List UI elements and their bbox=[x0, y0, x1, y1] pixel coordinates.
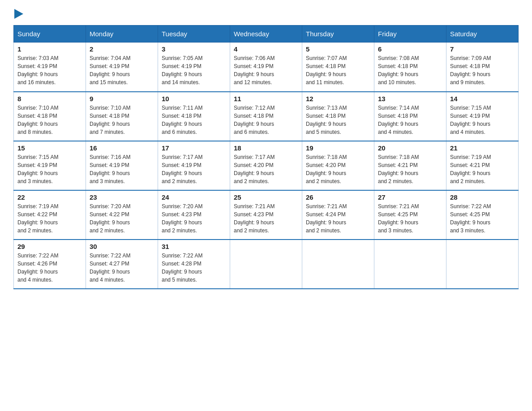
calendar-cell: 12 Sunrise: 7:13 AM Sunset: 4:18 PM Dayl… bbox=[302, 92, 374, 141]
day-number: 25 bbox=[234, 193, 298, 201]
calendar-cell: 19 Sunrise: 7:18 AM Sunset: 4:20 PM Dayl… bbox=[302, 141, 374, 190]
calendar-cell: 26 Sunrise: 7:21 AM Sunset: 4:24 PM Dayl… bbox=[302, 190, 374, 240]
day-info: Sunrise: 7:10 AM Sunset: 4:18 PM Dayligh… bbox=[17, 104, 82, 136]
day-number: 24 bbox=[162, 193, 226, 201]
day-number: 13 bbox=[378, 95, 442, 103]
header-day-friday: Friday bbox=[374, 26, 446, 43]
calendar-cell: 28 Sunrise: 7:22 AM Sunset: 4:25 PM Dayl… bbox=[446, 190, 519, 240]
day-number: 16 bbox=[90, 144, 154, 152]
calendar-cell: 9 Sunrise: 7:10 AM Sunset: 4:18 PM Dayli… bbox=[86, 92, 158, 141]
day-number: 15 bbox=[17, 144, 82, 152]
calendar-cell: 22 Sunrise: 7:19 AM Sunset: 4:22 PM Dayl… bbox=[14, 190, 86, 240]
day-info: Sunrise: 7:15 AM Sunset: 4:19 PM Dayligh… bbox=[17, 153, 82, 185]
day-info: Sunrise: 7:22 AM Sunset: 4:26 PM Dayligh… bbox=[17, 252, 82, 284]
day-info: Sunrise: 7:13 AM Sunset: 4:18 PM Dayligh… bbox=[306, 104, 370, 136]
calendar-week-row: 22 Sunrise: 7:19 AM Sunset: 4:22 PM Dayl… bbox=[14, 190, 519, 240]
day-info: Sunrise: 7:20 AM Sunset: 4:22 PM Dayligh… bbox=[90, 202, 154, 235]
day-number: 12 bbox=[306, 95, 370, 103]
day-info: Sunrise: 7:16 AM Sunset: 4:19 PM Dayligh… bbox=[90, 153, 154, 185]
calendar-week-row: 1 Sunrise: 7:03 AM Sunset: 4:19 PM Dayli… bbox=[14, 43, 519, 92]
logo-arrow-icon bbox=[14, 9, 23, 19]
day-number: 17 bbox=[162, 144, 226, 152]
day-info: Sunrise: 7:03 AM Sunset: 4:19 PM Dayligh… bbox=[17, 54, 82, 86]
calendar-cell: 21 Sunrise: 7:19 AM Sunset: 4:21 PM Dayl… bbox=[446, 141, 519, 190]
day-number: 9 bbox=[90, 95, 154, 103]
day-info: Sunrise: 7:12 AM Sunset: 4:18 PM Dayligh… bbox=[234, 104, 298, 136]
day-info: Sunrise: 7:07 AM Sunset: 4:18 PM Dayligh… bbox=[306, 54, 370, 86]
calendar-cell: 20 Sunrise: 7:18 AM Sunset: 4:21 PM Dayl… bbox=[374, 141, 446, 190]
day-info: Sunrise: 7:14 AM Sunset: 4:18 PM Dayligh… bbox=[378, 104, 442, 136]
header-day-monday: Monday bbox=[86, 26, 158, 43]
day-info: Sunrise: 7:21 AM Sunset: 4:23 PM Dayligh… bbox=[234, 202, 298, 235]
calendar-cell: 4 Sunrise: 7:06 AM Sunset: 4:19 PM Dayli… bbox=[230, 43, 302, 92]
calendar-week-row: 29 Sunrise: 7:22 AM Sunset: 4:26 PM Dayl… bbox=[14, 240, 519, 289]
day-number: 22 bbox=[17, 193, 82, 201]
day-number: 11 bbox=[234, 95, 298, 103]
day-number: 7 bbox=[450, 45, 515, 53]
day-info: Sunrise: 7:20 AM Sunset: 4:23 PM Dayligh… bbox=[162, 202, 226, 235]
calendar-week-row: 8 Sunrise: 7:10 AM Sunset: 4:18 PM Dayli… bbox=[14, 92, 519, 141]
calendar-cell bbox=[230, 240, 302, 289]
calendar-cell: 25 Sunrise: 7:21 AM Sunset: 4:23 PM Dayl… bbox=[230, 190, 302, 240]
calendar-cell: 8 Sunrise: 7:10 AM Sunset: 4:18 PM Dayli… bbox=[14, 92, 86, 141]
calendar-cell: 7 Sunrise: 7:09 AM Sunset: 4:18 PM Dayli… bbox=[446, 43, 519, 92]
day-number: 5 bbox=[306, 45, 370, 53]
logo bbox=[13, 9, 23, 21]
calendar-cell: 30 Sunrise: 7:22 AM Sunset: 4:27 PM Dayl… bbox=[86, 240, 158, 289]
header-day-sunday: Sunday bbox=[14, 26, 86, 43]
calendar-cell: 6 Sunrise: 7:08 AM Sunset: 4:18 PM Dayli… bbox=[374, 43, 446, 92]
calendar-cell: 3 Sunrise: 7:05 AM Sunset: 4:19 PM Dayli… bbox=[158, 43, 230, 92]
day-number: 31 bbox=[162, 243, 226, 250]
day-number: 8 bbox=[17, 95, 82, 103]
header-day-tuesday: Tuesday bbox=[158, 26, 230, 43]
day-number: 18 bbox=[234, 144, 298, 152]
day-number: 6 bbox=[378, 45, 442, 53]
day-number: 30 bbox=[90, 243, 154, 250]
day-number: 3 bbox=[162, 45, 226, 53]
day-number: 4 bbox=[234, 45, 298, 53]
day-info: Sunrise: 7:11 AM Sunset: 4:18 PM Dayligh… bbox=[162, 104, 226, 136]
calendar-cell: 14 Sunrise: 7:15 AM Sunset: 4:19 PM Dayl… bbox=[446, 92, 519, 141]
calendar-cell: 18 Sunrise: 7:17 AM Sunset: 4:20 PM Dayl… bbox=[230, 141, 302, 190]
day-info: Sunrise: 7:22 AM Sunset: 4:28 PM Dayligh… bbox=[162, 252, 226, 284]
day-info: Sunrise: 7:06 AM Sunset: 4:19 PM Dayligh… bbox=[234, 54, 298, 86]
day-number: 21 bbox=[450, 144, 515, 152]
calendar-cell: 1 Sunrise: 7:03 AM Sunset: 4:19 PM Dayli… bbox=[14, 43, 86, 92]
page-header bbox=[13, 9, 519, 21]
day-info: Sunrise: 7:05 AM Sunset: 4:19 PM Dayligh… bbox=[162, 54, 226, 86]
day-number: 26 bbox=[306, 193, 370, 201]
header-day-saturday: Saturday bbox=[446, 26, 519, 43]
header-day-wednesday: Wednesday bbox=[230, 26, 302, 43]
calendar-cell: 31 Sunrise: 7:22 AM Sunset: 4:28 PM Dayl… bbox=[158, 240, 230, 289]
calendar-table: SundayMondayTuesdayWednesdayThursdayFrid… bbox=[13, 25, 519, 289]
day-number: 1 bbox=[17, 45, 82, 53]
day-number: 29 bbox=[17, 243, 82, 250]
calendar-cell: 11 Sunrise: 7:12 AM Sunset: 4:18 PM Dayl… bbox=[230, 92, 302, 141]
day-info: Sunrise: 7:15 AM Sunset: 4:19 PM Dayligh… bbox=[450, 104, 515, 136]
day-number: 2 bbox=[90, 45, 154, 53]
calendar-cell bbox=[446, 240, 519, 289]
day-number: 27 bbox=[378, 193, 442, 201]
calendar-cell: 29 Sunrise: 7:22 AM Sunset: 4:26 PM Dayl… bbox=[14, 240, 86, 289]
calendar-week-row: 15 Sunrise: 7:15 AM Sunset: 4:19 PM Dayl… bbox=[14, 141, 519, 190]
calendar-cell: 2 Sunrise: 7:04 AM Sunset: 4:19 PM Dayli… bbox=[86, 43, 158, 92]
day-number: 19 bbox=[306, 144, 370, 152]
calendar-cell: 16 Sunrise: 7:16 AM Sunset: 4:19 PM Dayl… bbox=[86, 141, 158, 190]
day-number: 14 bbox=[450, 95, 515, 103]
calendar-cell bbox=[374, 240, 446, 289]
day-number: 20 bbox=[378, 144, 442, 152]
day-info: Sunrise: 7:22 AM Sunset: 4:27 PM Dayligh… bbox=[90, 252, 154, 284]
calendar-cell: 27 Sunrise: 7:21 AM Sunset: 4:25 PM Dayl… bbox=[374, 190, 446, 240]
calendar-cell: 5 Sunrise: 7:07 AM Sunset: 4:18 PM Dayli… bbox=[302, 43, 374, 92]
day-number: 10 bbox=[162, 95, 226, 103]
day-info: Sunrise: 7:21 AM Sunset: 4:25 PM Dayligh… bbox=[378, 202, 442, 235]
day-info: Sunrise: 7:04 AM Sunset: 4:19 PM Dayligh… bbox=[90, 54, 154, 86]
day-info: Sunrise: 7:10 AM Sunset: 4:18 PM Dayligh… bbox=[90, 104, 154, 136]
calendar-header-row: SundayMondayTuesdayWednesdayThursdayFrid… bbox=[14, 26, 519, 43]
svg-marker-0 bbox=[14, 9, 23, 19]
day-info: Sunrise: 7:21 AM Sunset: 4:24 PM Dayligh… bbox=[306, 202, 370, 235]
day-info: Sunrise: 7:18 AM Sunset: 4:20 PM Dayligh… bbox=[306, 153, 370, 185]
day-info: Sunrise: 7:17 AM Sunset: 4:20 PM Dayligh… bbox=[234, 153, 298, 185]
day-info: Sunrise: 7:17 AM Sunset: 4:19 PM Dayligh… bbox=[162, 153, 226, 185]
calendar-cell: 15 Sunrise: 7:15 AM Sunset: 4:19 PM Dayl… bbox=[14, 141, 86, 190]
